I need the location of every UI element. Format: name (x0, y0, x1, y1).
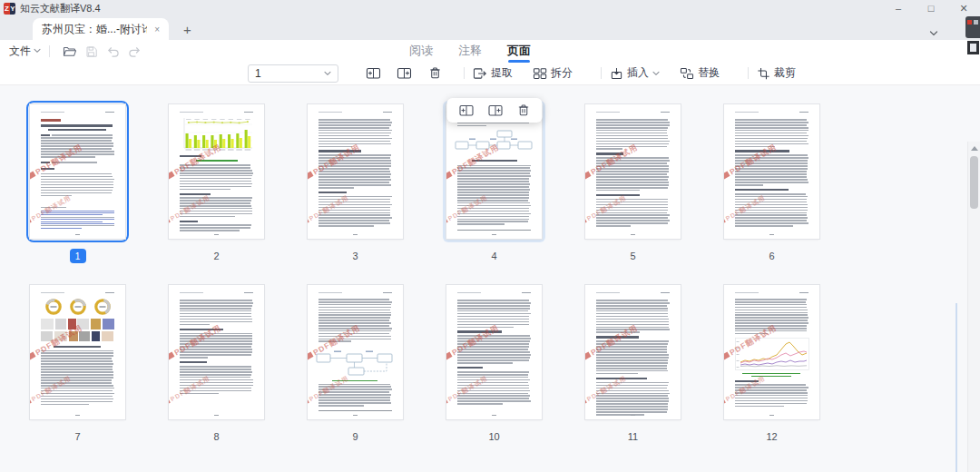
page-preview: PDF翻译试用PDF翻译试用 (30, 104, 125, 239)
toolbar-separator (49, 45, 50, 57)
replace-icon (680, 67, 694, 80)
redo-icon (128, 45, 142, 57)
document-tab-title: 苏州贝宝：婚...-附讨论题目 (42, 22, 147, 37)
chevron-down-icon (652, 71, 660, 76)
tab-annotate[interactable]: 注释 (458, 43, 482, 59)
insert-page-before-icon (458, 103, 474, 117)
redo-button[interactable] (123, 45, 145, 57)
page-number-label: 8 (209, 429, 225, 444)
page-preview: PDF翻译试用PDF翻译试用 (585, 285, 681, 419)
page-number-label: 7 (70, 429, 86, 444)
page-number-label: 6 (764, 249, 780, 263)
app-title: 知云文献翻译V8.4 (20, 2, 101, 15)
page-thumbnail-11[interactable]: PDF翻译试用PDF翻译试用11 (564, 281, 702, 444)
insert-page-after-button[interactable] (397, 66, 412, 80)
insert-page-before-icon (366, 66, 381, 80)
page-preview: PDF翻译试用PDF翻译试用 (169, 285, 264, 419)
document-tab[interactable]: 苏州贝宝：婚...-附讨论题目 × (33, 18, 169, 40)
floating-widget-top[interactable] (965, 16, 980, 38)
chevron-down-icon (324, 71, 331, 76)
insert-icon (610, 67, 623, 80)
page-number-label: 4 (486, 249, 503, 263)
page-thumbnail-10[interactable]: PDF翻译试用PDF翻译试用10 (425, 281, 564, 444)
page-tools-toolbar: 1 提取 拆分 插入 替换 裁剪 (0, 62, 980, 85)
page-thumbnail-7[interactable]: PDF翻译试用PDF翻译试用7 (8, 281, 147, 444)
close-button[interactable]: ✕ (947, 0, 980, 16)
page-number-label: 10 (486, 429, 503, 444)
tab-close-icon[interactable]: × (154, 25, 160, 34)
main-toolbar: 文件 阅读 注释 页面 (0, 40, 980, 62)
tab-pages[interactable]: 页面 (507, 43, 531, 59)
page-preview: PDF翻译试用PDF翻译试用 (724, 285, 819, 419)
window-titlebar: ZY 知云文献翻译V8.4 – □ ✕ (0, 0, 980, 16)
page-thumbnail-12[interactable]: PDF翻译试用PDF翻译试用12 (702, 281, 841, 444)
insert-page-after-icon (487, 103, 503, 117)
tab-list-chevron-icon[interactable] (929, 30, 938, 37)
floating-widget-bottom[interactable] (967, 41, 979, 54)
undo-icon (106, 45, 120, 57)
insert-menu-button[interactable]: 插入 (610, 65, 660, 81)
extract-button[interactable]: 提取 (473, 65, 513, 81)
tab-read[interactable]: 阅读 (409, 43, 433, 59)
page-thumbnail-4[interactable]: PDF翻译试用PDF翻译试用 4 (425, 101, 564, 263)
folder-open-icon (63, 45, 76, 57)
delete-page-button[interactable] (516, 103, 530, 117)
page-thumbnail-1[interactable]: PDF翻译试用PDF翻译试用1 (8, 101, 147, 263)
maximize-button[interactable]: □ (915, 0, 947, 16)
page-preview: PDF翻译试用PDF翻译试用 (308, 104, 403, 239)
split-icon (533, 67, 547, 80)
app-logo-icon: ZY (4, 3, 15, 15)
toolbar-separator (748, 67, 749, 79)
page-number-label: 11 (625, 429, 642, 444)
page-thumbnail-5[interactable]: PDF翻译试用PDF翻译试用5 (564, 101, 702, 263)
page-number-label: 2 (209, 249, 225, 263)
thumbnail-panel: PDF翻译试用PDF翻译试用1PDF翻译试用PDF翻译试用2PDF翻译试用PDF… (0, 85, 980, 472)
page-thumbnail-2[interactable]: PDF翻译试用PDF翻译试用2 (147, 101, 286, 263)
chevron-down-icon (34, 48, 41, 54)
page-preview: PDF翻译试用PDF翻译试用 (30, 285, 125, 419)
document-tabbar: 苏州贝宝：婚...-附讨论题目 × + (0, 16, 980, 40)
scroll-up-icon[interactable] (971, 146, 978, 151)
delete-page-button[interactable] (427, 66, 443, 80)
panel-edge-line (956, 303, 957, 472)
crop-icon (757, 67, 770, 80)
insert-page-after-icon (397, 66, 412, 80)
toolbar-separator (464, 67, 465, 79)
page-number-label: 3 (348, 249, 364, 263)
page-thumbnail-3[interactable]: PDF翻译试用PDF翻译试用3 (286, 101, 425, 263)
page-preview: PDF翻译试用PDF翻译试用 (724, 104, 819, 239)
extract-icon (473, 67, 487, 80)
thumbnail-grid: PDF翻译试用PDF翻译试用1PDF翻译试用PDF翻译试用2PDF翻译试用PDF… (0, 85, 980, 444)
page-preview: PDF翻译试用PDF翻译试用 (169, 104, 264, 239)
page-thumbnail-9[interactable]: PDF翻译试用PDF翻译试用9 (286, 281, 425, 444)
file-menu-button[interactable]: 文件 (9, 44, 41, 59)
scrollbar-thumb[interactable] (970, 156, 978, 209)
page-thumbnail-8[interactable]: PDF翻译试用PDF翻译试用8 (147, 281, 286, 444)
open-file-button[interactable] (58, 45, 80, 57)
delete-page-icon (428, 66, 442, 80)
page-number-label: 12 (764, 429, 780, 444)
page-number-label: 9 (348, 429, 364, 444)
content-scrollbar[interactable] (967, 142, 980, 472)
minimize-button[interactable]: – (882, 0, 915, 16)
page-preview: PDF翻译试用PDF翻译试用 (585, 104, 681, 239)
toolbar-separator (601, 67, 602, 79)
page-number-label: 5 (625, 249, 642, 263)
page-number-label: 1 (70, 249, 86, 263)
save-button[interactable] (80, 45, 102, 57)
page-thumbnail-6[interactable]: PDF翻译试用PDF翻译试用6 (702, 101, 841, 263)
crop-button[interactable]: 裁剪 (757, 65, 796, 81)
page-selector-dropdown[interactable]: 1 (248, 64, 338, 83)
page-preview: PDF翻译试用PDF翻译试用 (446, 104, 542, 239)
insert-page-before-button[interactable] (458, 103, 474, 117)
save-icon (85, 45, 97, 57)
new-tab-button[interactable]: + (183, 18, 191, 40)
page-preview: PDF翻译试用PDF翻译试用 (446, 285, 542, 419)
page-hover-toolbar (446, 98, 542, 123)
insert-page-before-button[interactable] (366, 66, 381, 80)
insert-page-after-button[interactable] (487, 103, 503, 117)
undo-button[interactable] (102, 45, 123, 57)
replace-button[interactable]: 替换 (680, 65, 720, 81)
delete-page-icon (516, 103, 530, 117)
split-button[interactable]: 拆分 (533, 65, 573, 81)
